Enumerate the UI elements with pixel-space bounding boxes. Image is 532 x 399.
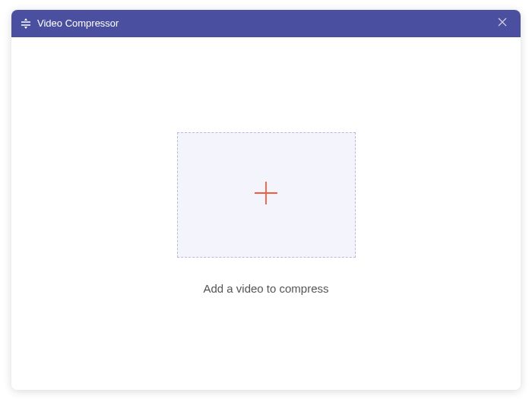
instruction-text: Add a video to compress: [203, 282, 328, 295]
close-icon: [497, 17, 508, 30]
main-content: Add a video to compress: [11, 37, 521, 390]
video-dropzone[interactable]: [177, 132, 356, 258]
titlebar: Video Compressor: [11, 10, 521, 37]
plus-icon: [250, 177, 282, 212]
application-window: Video Compressor Add a video to compress: [11, 10, 521, 390]
close-button[interactable]: [493, 14, 511, 33]
compress-icon: [21, 18, 31, 29]
titlebar-left: Video Compressor: [21, 17, 119, 29]
window-title: Video Compressor: [37, 17, 119, 29]
